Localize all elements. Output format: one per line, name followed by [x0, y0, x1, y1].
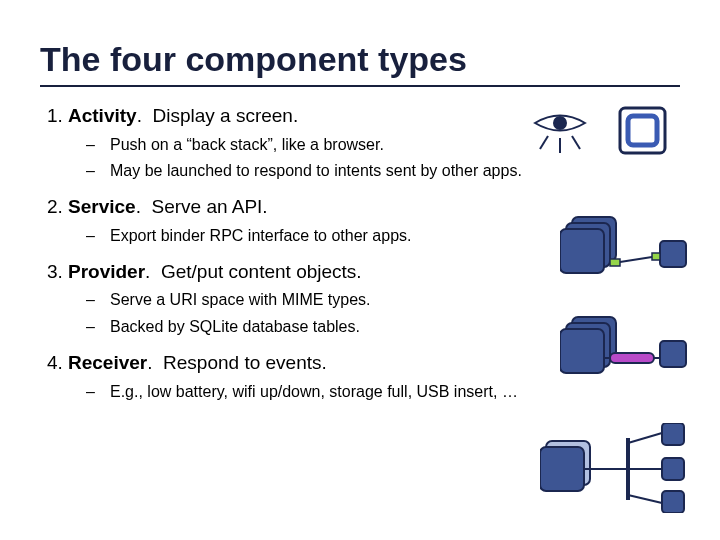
icon-column: [540, 103, 680, 414]
svg-line-26: [628, 495, 662, 503]
sub-list: Push on a “back stack”, like a browser. …: [68, 135, 540, 183]
svg-rect-9: [610, 259, 620, 266]
item-desc: Respond to events.: [163, 352, 327, 373]
svg-rect-11: [652, 253, 660, 260]
content-row: Activity. Display a screen. Push on a “b…: [40, 103, 680, 414]
svg-line-12: [620, 257, 652, 262]
service-icon: [560, 213, 710, 283]
svg-rect-27: [662, 423, 684, 445]
sub-item: Backed by SQLite database tables.: [86, 317, 540, 338]
svg-rect-16: [660, 341, 686, 367]
item-head: Service. Serve an API.: [68, 196, 268, 217]
sub-list: Serve a URI space with MIME types. Backe…: [68, 290, 540, 338]
svg-line-3: [572, 136, 580, 149]
activity-icon: [530, 103, 680, 163]
svg-rect-29: [662, 491, 684, 513]
item-term: Receiver: [68, 352, 147, 373]
item-term: Activity: [68, 105, 137, 126]
provider-icon: [560, 313, 710, 393]
sub-item: E.g., low battery, wifi up/down, storage…: [86, 382, 540, 403]
item-head: Activity. Display a screen.: [68, 105, 298, 126]
item-activity: Activity. Display a screen. Push on a “b…: [68, 103, 540, 182]
text-column: Activity. Display a screen. Push on a “b…: [40, 103, 540, 414]
svg-rect-10: [660, 241, 686, 267]
item-desc: Display a screen.: [152, 105, 298, 126]
svg-rect-21: [540, 447, 584, 491]
sub-list: Export binder RPC interface to other app…: [68, 226, 540, 247]
slide-title: The four component types: [40, 40, 680, 79]
item-head: Provider. Get/put content objects.: [68, 261, 362, 282]
svg-line-24: [628, 433, 662, 443]
item-desc: Serve an API.: [151, 196, 267, 217]
title-underline: [40, 85, 680, 87]
item-head: Receiver. Respond to events.: [68, 352, 327, 373]
svg-rect-17: [610, 353, 654, 363]
svg-rect-15: [560, 329, 604, 373]
item-service: Service. Serve an API. Export binder RPC…: [68, 194, 540, 246]
item-provider: Provider. Get/put content objects. Serve…: [68, 259, 540, 338]
svg-line-2: [540, 136, 548, 149]
component-list: Activity. Display a screen. Push on a “b…: [40, 103, 540, 402]
item-receiver: Receiver. Respond to events. E.g., low b…: [68, 350, 540, 402]
svg-rect-8: [560, 229, 604, 273]
sub-item: Push on a “back stack”, like a browser.: [86, 135, 540, 156]
receiver-icon: [540, 423, 710, 513]
item-term: Provider: [68, 261, 145, 282]
sub-list: E.g., low battery, wifi up/down, storage…: [68, 382, 540, 403]
sub-item: Serve a URI space with MIME types.: [86, 290, 540, 311]
svg-point-0: [554, 117, 566, 129]
svg-rect-5: [628, 116, 657, 145]
slide: The four component types Activity. Displ…: [0, 0, 720, 540]
svg-rect-28: [662, 458, 684, 480]
item-desc: Get/put content objects.: [161, 261, 362, 282]
sub-item: May be launched to respond to intents se…: [86, 161, 540, 182]
sub-item: Export binder RPC interface to other app…: [86, 226, 540, 247]
item-term: Service: [68, 196, 136, 217]
